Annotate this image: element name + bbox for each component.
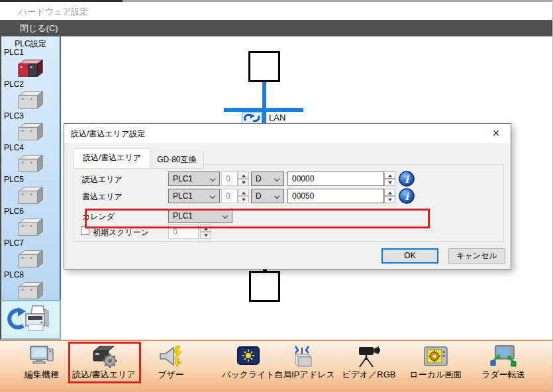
plc-unit-icon xyxy=(1,216,60,238)
calendar-plc-select[interactable]: PLC1 xyxy=(168,209,232,223)
spin-up-icon[interactable] xyxy=(384,189,395,196)
video-camera-icon xyxy=(332,344,405,369)
initial-screen-label: 初期スクリーン xyxy=(93,227,149,238)
write-cpu-spinner[interactable] xyxy=(238,189,249,203)
sidebar-item-plc8[interactable]: PLC8 xyxy=(1,270,60,302)
read-area-label: 読込エリア xyxy=(82,174,123,185)
plc-unit-icon xyxy=(1,89,60,111)
sidebar-item-plc1[interactable]: PLC1 xyxy=(1,48,60,79)
toolbar-item-ladder-transfer[interactable]: ラダー転送 xyxy=(467,344,540,381)
ip-address-icon xyxy=(268,344,341,369)
read-write-area-dialog: 読込/書込エリア設定 × 読込/書込エリア GD-80互換 読込エリア PLC1… xyxy=(64,123,511,270)
write-device-select[interactable]: D xyxy=(251,189,284,203)
chevron-down-icon xyxy=(274,193,279,199)
tab-gd80-compat[interactable]: GD-80互換 xyxy=(150,152,203,169)
printer-transfer-icon xyxy=(6,303,55,336)
sidebar-item-plc5[interactable]: PLC5 xyxy=(1,175,60,207)
device-node-bottom[interactable] xyxy=(249,271,280,302)
write-cpu-number: 0 xyxy=(221,189,238,203)
sidebar-item-plc2[interactable]: PLC2 xyxy=(1,79,60,111)
write-address-input[interactable]: 00050 xyxy=(287,189,384,203)
hardware-settings-window: ハードウェア設定 x 閉じる(C) PLC設定 PLC1 PLC2 PLC3 P… xyxy=(0,0,553,392)
window-titlebar: ハードウェア設定 xyxy=(0,2,553,20)
write-plc-select[interactable]: PLC1 xyxy=(168,189,220,203)
chevron-down-icon xyxy=(274,176,279,181)
read-address-spinner[interactable] xyxy=(384,172,395,186)
device-node-top[interactable] xyxy=(248,51,280,82)
lan-bus-line xyxy=(224,108,303,112)
bottom-toolbar: 編集機種 読込/書込エリア ブザー バックライト 自局IPアドレス xyxy=(0,340,553,392)
dialog-close-icon[interactable]: × xyxy=(488,126,504,141)
chevron-down-icon xyxy=(210,193,215,199)
plc-unit-icon xyxy=(1,248,60,270)
sidebar-item-plc7[interactable]: PLC7 xyxy=(1,238,60,270)
toolbar-item-local-ip-address[interactable]: 自局IPアドレス xyxy=(268,344,341,381)
buzzer-icon xyxy=(134,344,207,369)
sidebar-item-plc4[interactable]: PLC4 xyxy=(1,143,60,175)
write-area-label: 書込エリア xyxy=(82,191,123,203)
dialog-title: 読込/書込エリア設定 xyxy=(71,128,145,140)
ok-button[interactable]: OK xyxy=(381,248,438,264)
initial-screen-spinner[interactable] xyxy=(200,224,211,239)
plc-unit-icon xyxy=(1,279,60,301)
read-cpu-spinner[interactable] xyxy=(238,172,249,186)
plc-unit-icon xyxy=(1,57,60,79)
write-address-spinner[interactable] xyxy=(384,189,395,203)
dialog-titlebar: 読込/書込エリア設定 × xyxy=(64,124,511,143)
chevron-down-icon xyxy=(223,213,228,219)
plc-unit-icon xyxy=(1,184,60,206)
highlight-read-area-row xyxy=(85,209,430,228)
read-cpu-number: 0 xyxy=(221,172,238,186)
info-icon[interactable]: i xyxy=(398,170,415,187)
plc-unit-icon xyxy=(1,152,60,174)
window-top-edge-dark xyxy=(0,0,123,2)
chevron-down-icon xyxy=(210,176,215,181)
plc-sidebar: PLC設定 PLC1 PLC2 PLC3 PLC4 PLC5 xyxy=(0,36,61,300)
menubar: 閉じる(C) xyxy=(0,20,553,36)
plc-unit-icon xyxy=(1,121,60,142)
spin-up-icon[interactable] xyxy=(238,172,249,179)
plc-settings-header: PLC設定 xyxy=(1,36,60,48)
read-plc-select[interactable]: PLC1 xyxy=(168,172,220,186)
spin-up-icon[interactable] xyxy=(384,172,395,179)
toolbar-item-read-write-area[interactable]: 読込/書込エリア xyxy=(68,344,140,381)
sidebar-item-plc3[interactable]: PLC3 xyxy=(1,111,60,143)
toolbar-item-local-screen[interactable]: ローカル画面 xyxy=(399,344,472,381)
calendar-label: カレンダ xyxy=(82,211,115,222)
info-icon[interactable]: i xyxy=(398,187,415,205)
spin-down-icon[interactable] xyxy=(200,232,211,239)
spin-down-icon[interactable] xyxy=(238,196,249,203)
read-device-select[interactable]: D xyxy=(251,172,284,186)
device-gear-icon xyxy=(68,344,140,369)
tab-read-write-area[interactable]: 読込/書込エリア xyxy=(74,148,150,169)
initial-screen-number: 0 xyxy=(168,224,199,239)
spin-down-icon[interactable] xyxy=(384,179,395,186)
initial-screen-checkbox[interactable] xyxy=(81,226,89,235)
spin-up-icon[interactable] xyxy=(200,224,211,232)
tab-page-read-write: 読込エリア PLC1 0 D 00000 i 書込エリア PLC1 xyxy=(74,164,504,242)
toolbar-item-video-rgb[interactable]: ビデオ／RGB xyxy=(332,344,405,381)
menu-close[interactable]: 閉じる(C) xyxy=(12,20,66,36)
read-address-input[interactable]: 00000 xyxy=(287,172,384,186)
dialog-tabs: 読込/書込エリア GD-80互換 xyxy=(74,148,204,169)
window-title: ハードウェア設定 xyxy=(19,6,89,18)
ladder-transfer-icon xyxy=(467,344,540,369)
cancel-button[interactable]: キャンセル xyxy=(448,248,505,264)
lan-label: LAN xyxy=(269,113,285,122)
sidebar-item-plc6[interactable]: PLC6 xyxy=(1,207,60,238)
local-screen-icon xyxy=(399,344,472,369)
printer-transfer-panel[interactable] xyxy=(0,300,61,340)
toolbar-item-buzzer[interactable]: ブザー xyxy=(134,344,207,381)
spin-down-icon[interactable] xyxy=(238,179,249,186)
spin-up-icon[interactable] xyxy=(238,189,249,196)
spin-down-icon[interactable] xyxy=(384,196,395,203)
